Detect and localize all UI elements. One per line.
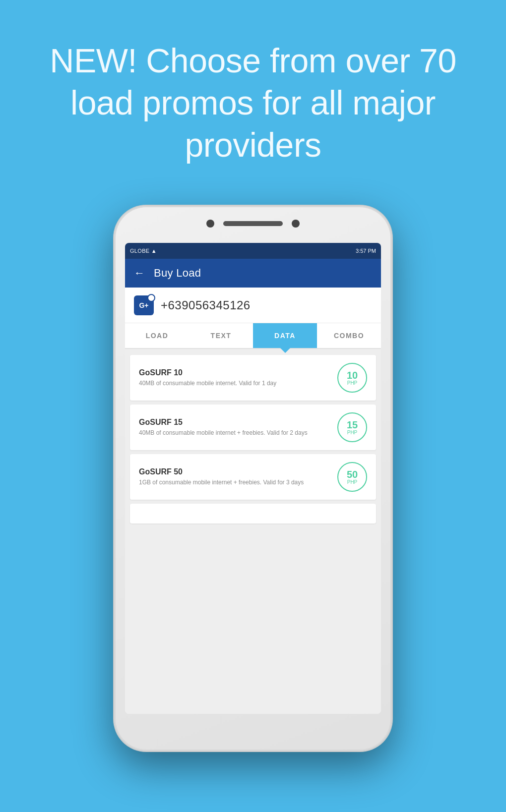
promo-info: GoSURF 10 40MB of consumable mobile inte…: [139, 368, 337, 388]
promo-desc: 40MB of consumable mobile internet. Vali…: [139, 379, 330, 388]
phone-top-bar: [193, 220, 313, 228]
promo-price-amount: 10: [347, 370, 358, 380]
time-label: 3:57 PM: [356, 248, 376, 254]
contact-row: G+ +639056345126: [125, 288, 381, 323]
contact-number: +639056345126: [161, 298, 251, 312]
tabs-row: LOAD TEXT DATA COMBO: [125, 323, 381, 349]
app-header: ← Buy Load: [125, 259, 381, 288]
carrier-label: GLOBE ▲: [130, 248, 157, 254]
back-button[interactable]: ←: [134, 267, 145, 280]
tab-data[interactable]: DATA: [253, 323, 317, 348]
tab-combo[interactable]: COMBO: [317, 323, 381, 348]
content-area: GoSURF 10 40MB of consumable mobile inte…: [125, 349, 381, 714]
promo-price-circle: 10 PHP: [337, 363, 367, 393]
headline-section: NEW! Choose from over 70 load promos for…: [0, 0, 506, 196]
promo-price-amount: 50: [347, 469, 358, 479]
promo-price-label: PHP: [347, 479, 358, 485]
promo-price-amount: 15: [347, 420, 358, 430]
phone-mockup: GLOBE ▲ 3:57 PM ← Buy Load G+ +639056345…: [114, 206, 392, 751]
camera-dot: [206, 220, 214, 228]
promo-card[interactable]: GoSURF 10 40MB of consumable mobile inte…: [130, 355, 376, 401]
screen-title: Buy Load: [154, 267, 201, 280]
promo-info: GoSURF 50 1GB of consumable mobile inter…: [139, 467, 337, 487]
promo-card[interactable]: GoSURF 15 40MB of consumable mobile inte…: [130, 405, 376, 450]
promo-info: GoSURF 15 40MB of consumable mobile inte…: [139, 418, 337, 437]
promo-price-circle: 15 PHP: [337, 412, 367, 442]
tab-load[interactable]: LOAD: [125, 323, 189, 348]
sensor-dot: [292, 220, 300, 228]
promo-price-label: PHP: [347, 430, 358, 435]
promo-price-circle: 50 PHP: [337, 462, 367, 492]
contact-logo: G+: [134, 295, 154, 315]
promo-card[interactable]: GoSURF 50 1GB of consumable mobile inter…: [130, 454, 376, 500]
card-glimpse: [130, 504, 376, 523]
tab-text[interactable]: TEXT: [189, 323, 253, 348]
phone-speaker: [223, 221, 283, 226]
promo-name: GoSURF 10: [139, 368, 330, 377]
promo-name: GoSURF 15: [139, 418, 330, 427]
promo-desc: 40MB of consumable mobile internet + fre…: [139, 429, 330, 437]
promo-desc: 1GB of consumable mobile internet + free…: [139, 478, 330, 487]
phone-screen: GLOBE ▲ 3:57 PM ← Buy Load G+ +639056345…: [125, 243, 381, 714]
status-bar: GLOBE ▲ 3:57 PM: [125, 243, 381, 259]
headline-text: NEW! Choose from over 70 load promos for…: [50, 40, 456, 166]
promo-price-label: PHP: [347, 380, 358, 386]
promo-name: GoSURF 50: [139, 467, 330, 476]
